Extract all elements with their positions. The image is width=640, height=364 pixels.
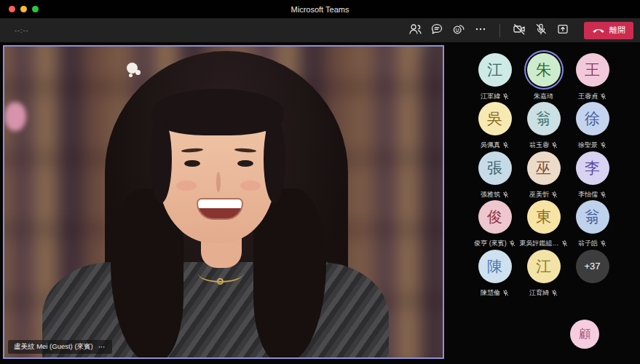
speaker-name-label: 盧美紋 Mei (Guest) (來賓) — [14, 342, 93, 352]
participant-name: 俊亨 (來賓) — [474, 239, 507, 248]
mic-off-icon — [534, 22, 548, 39]
ellipsis-icon — [473, 22, 488, 39]
speaker-name-pill: 盧美紋 Mei (Guest) (來賓) ⋯ — [8, 340, 112, 354]
avatar: 巫 — [527, 151, 561, 185]
main-video-tile: 盧美紋 Mei (Guest) (來賓) ⋯ — [3, 45, 444, 359]
mic-muted-icon — [551, 290, 558, 296]
person-eye-left — [184, 160, 200, 167]
participant-tile[interactable]: 張 張雅筑 — [470, 151, 519, 200]
participant-tile[interactable]: 江 江軍緯 — [470, 53, 519, 102]
participant-name: 王蓉貞 — [578, 92, 598, 101]
participant-tile[interactable]: 李 李怡儒 — [568, 151, 617, 200]
participant-name: 江軍緯 — [481, 92, 500, 101]
mic-muted-icon — [502, 93, 509, 100]
avatar: 吳 — [478, 102, 512, 135]
people-icon — [408, 22, 422, 39]
avatar: 俊 — [478, 200, 512, 234]
chat-button[interactable] — [427, 21, 446, 40]
participant-tile[interactable]: 吳 吳佩真 — [470, 102, 519, 151]
phone-hangup-icon — [592, 25, 605, 36]
participant-name: 翁玉蓉 — [529, 141, 549, 150]
camera-off-icon — [512, 22, 526, 39]
mic-muted-icon — [551, 142, 558, 149]
avatar: 江 — [527, 250, 561, 283]
participant-name: 巫美忻 — [529, 190, 549, 199]
participant-name: 江育綺 — [529, 288, 549, 298]
toolbar-actions: 離開 — [406, 21, 633, 40]
mic-muted-icon — [502, 142, 509, 149]
participant-name: 張雅筑 — [481, 190, 500, 199]
participants-button[interactable] — [406, 21, 424, 40]
tile-more-menu[interactable]: ⋯ — [98, 343, 106, 351]
share-screen-button[interactable] — [553, 21, 572, 40]
participant-tile[interactable]: 巫 巫美忻 — [519, 151, 568, 200]
leave-button-label: 離開 — [609, 25, 625, 36]
pink-flower-decoration — [4, 102, 26, 131]
mic-muted-icon — [509, 240, 515, 247]
titlebar: Microsoft Teams — [0, 0, 640, 18]
person-hair-fringe-left — [150, 116, 172, 203]
camera-toggle-button[interactable] — [510, 21, 529, 40]
participant-tile[interactable]: 江 江育綺 — [519, 250, 568, 298]
participant-tile[interactable]: 俊 俊亨 (來賓) — [470, 200, 519, 249]
mic-muted-icon — [561, 240, 568, 247]
leave-meeting-button[interactable]: 離開 — [584, 22, 633, 39]
toolbar-divider — [499, 24, 500, 37]
avatar: 陳 — [478, 250, 512, 283]
share-screen-icon — [556, 22, 570, 39]
close-window-button[interactable] — [9, 6, 15, 12]
participant-name: 陳慧倫 — [481, 288, 500, 298]
person-hair-fringe — [151, 89, 284, 135]
window-controls — [9, 6, 39, 12]
mic-muted-icon — [600, 191, 607, 198]
more-options-button[interactable] — [471, 21, 490, 40]
person-eye-right — [237, 160, 253, 167]
person-necklace-pendant — [217, 278, 224, 285]
avatar: 王 — [576, 53, 609, 87]
meeting-toolbar: --:-- — [0, 18, 640, 42]
avatar: 張 — [478, 151, 512, 185]
mic-muted-icon — [502, 290, 509, 296]
participant-tile[interactable]: 王 王蓉貞 — [568, 53, 617, 102]
avatar: 翁 — [527, 102, 561, 135]
person-smile — [197, 198, 243, 220]
participant-name: 翁子皓 — [578, 239, 598, 248]
participant-name: 李怡儒 — [578, 190, 598, 199]
overflow-participants-tile[interactable]: +37 — [568, 250, 617, 298]
overflow-count-avatar: +37 — [576, 250, 609, 283]
participant-tile[interactable]: 朱 朱嘉琦 — [519, 53, 568, 102]
participant-name: 朱嘉琦 — [534, 92, 553, 101]
person-nose — [216, 172, 221, 192]
self-avatar-tile[interactable]: 顧 — [570, 320, 599, 349]
mic-toggle-button[interactable] — [532, 21, 550, 40]
avatar: 朱 — [527, 53, 561, 87]
chat-icon — [430, 22, 444, 39]
participant-name: 東吳評鑑組… — [520, 239, 559, 248]
person-hair-fringe-right — [264, 116, 285, 203]
mic-muted-icon — [600, 240, 607, 247]
avatar: 李 — [576, 151, 609, 185]
person-blush-left — [176, 181, 197, 191]
reactions-icon — [451, 22, 466, 39]
self-avatar: 顧 — [570, 320, 599, 349]
teams-meeting-window: Microsoft Teams --:-- — [0, 0, 640, 364]
participant-tile[interactable]: 東 東吳評鑑組… — [519, 200, 568, 249]
participant-tile[interactable]: 徐 徐聖景 — [568, 102, 617, 151]
white-hair-accessory — [127, 63, 138, 74]
participant-tile[interactable]: 翁 翁玉蓉 — [519, 102, 568, 151]
participants-roster: 江 江軍緯 朱 朱嘉琦 王 王蓉貞 吳 吳佩真 翁 翁玉蓉 徐 徐聖景 張 張雅… — [470, 53, 617, 298]
person-blush-right — [240, 181, 261, 191]
mic-muted-icon — [600, 142, 607, 149]
avatar: 徐 — [576, 102, 609, 135]
participant-tile[interactable]: 陳 陳慧倫 — [470, 250, 519, 298]
avatar: 江 — [478, 53, 512, 87]
avatar: 翁 — [576, 200, 609, 234]
reactions-button[interactable] — [449, 21, 468, 40]
participant-tile[interactable]: 翁 翁子皓 — [568, 200, 617, 249]
avatar: 東 — [527, 200, 561, 234]
participant-name: 徐聖景 — [578, 141, 598, 150]
mic-muted-icon — [600, 93, 607, 100]
minimize-window-button[interactable] — [20, 6, 27, 12]
participant-name: 吳佩真 — [481, 141, 500, 150]
zoom-window-button[interactable] — [32, 6, 39, 12]
